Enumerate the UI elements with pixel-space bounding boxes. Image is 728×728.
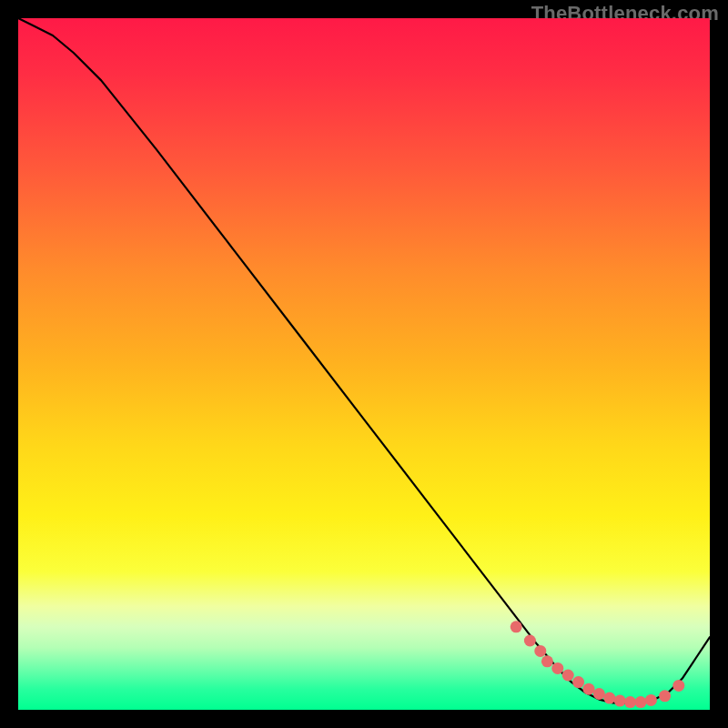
marker-dot: [534, 645, 546, 657]
bottleneck-curve: [18, 18, 710, 703]
marker-dot: [551, 662, 563, 674]
highlighted-dots: [511, 621, 685, 708]
marker-dot: [562, 670, 574, 682]
marker-dot: [659, 690, 671, 702]
marker-dot: [572, 676, 584, 688]
marker-dot: [583, 683, 595, 695]
marker-dot: [524, 635, 536, 647]
marker-dot: [624, 696, 636, 708]
marker-dot: [593, 688, 605, 700]
plot-area: [18, 18, 710, 710]
marker-dot: [614, 695, 626, 707]
marker-dot: [672, 680, 684, 692]
chart-svg: [18, 18, 710, 710]
marker-dot: [603, 693, 615, 704]
marker-dot: [645, 694, 657, 706]
marker-dot: [541, 655, 553, 667]
marker-dot: [635, 696, 647, 708]
marker-dot: [511, 621, 522, 632]
chart-stage: TheBottleneck.com: [0, 0, 728, 728]
